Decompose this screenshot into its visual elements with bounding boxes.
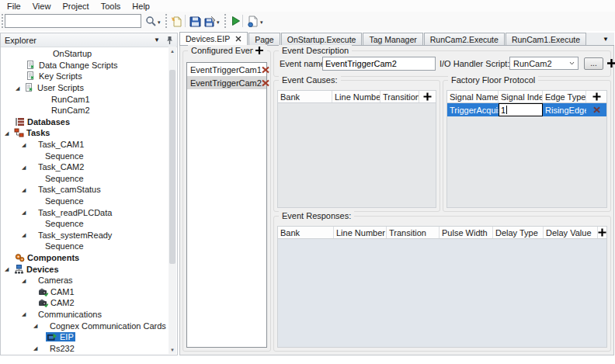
search-dropdown-icon[interactable]: ▾ bbox=[158, 19, 164, 26]
tab-devices-eip[interactable]: Devices.EIP bbox=[179, 32, 248, 45]
toolbar-separator bbox=[185, 15, 186, 27]
io-handler-combo[interactable]: RunCam2 bbox=[509, 57, 579, 70]
search-icon[interactable] bbox=[144, 14, 158, 28]
expander-icon[interactable]: ◢ bbox=[16, 85, 23, 91]
tree-item-task-camstatus[interactable]: ◢Task_camStatus bbox=[1, 184, 169, 196]
pin-icon[interactable] bbox=[166, 36, 173, 45]
menu-tools[interactable]: Tools bbox=[96, 1, 127, 12]
factory-floor-title: Factory Floor Protocol bbox=[448, 75, 538, 85]
new-file-icon[interactable] bbox=[169, 14, 183, 28]
tree-item-tasks[interactable]: ◢Tasks bbox=[1, 127, 169, 139]
expander-icon[interactable]: ◢ bbox=[22, 187, 30, 192]
save-dropdown-icon[interactable]: ▾ bbox=[217, 19, 223, 26]
tree-item-sequence[interactable]: Sequence bbox=[1, 196, 169, 207]
tab-page[interactable]: Page bbox=[248, 33, 280, 45]
add-signal-button[interactable] bbox=[586, 91, 606, 102]
report-dropdown-icon[interactable]: ▾ bbox=[260, 19, 266, 26]
devices-icon bbox=[14, 265, 25, 274]
database-icon bbox=[15, 117, 26, 127]
tree-item-devices[interactable]: ◢Devices bbox=[1, 263, 169, 275]
tree-item-runcam1[interactable]: RunCam1 bbox=[1, 93, 169, 105]
event-list-item[interactable]: EventTriggerCam1 bbox=[187, 63, 266, 76]
tree-item-task-readplcdata[interactable]: ◢Task_readPLCData bbox=[1, 206, 169, 218]
delete-event-icon[interactable] bbox=[262, 66, 269, 74]
expander-icon[interactable]: ◢ bbox=[22, 232, 30, 237]
add-event-button[interactable] bbox=[253, 46, 266, 55]
event-name-input[interactable] bbox=[322, 57, 436, 71]
tree-item-onstartup[interactable]: OnStartup bbox=[1, 48, 169, 60]
tree-item-cameras[interactable]: ◢Cameras bbox=[1, 275, 169, 286]
scroll-thumb[interactable] bbox=[169, 70, 175, 264]
tree-item-components[interactable]: Components bbox=[1, 252, 169, 264]
save-all-icon[interactable] bbox=[203, 14, 217, 28]
tree-item-label: EIP bbox=[60, 332, 74, 341]
expander-icon[interactable]: ◢ bbox=[33, 345, 41, 351]
tree-item-databases[interactable]: Databases bbox=[1, 116, 169, 128]
tree-item-label: Components bbox=[27, 253, 79, 262]
tree-item-rs232[interactable]: ◢Rs232 bbox=[1, 342, 169, 354]
save-icon[interactable] bbox=[188, 14, 202, 28]
expander-icon[interactable]: ◢ bbox=[22, 210, 30, 215]
tab-tag-manager[interactable]: Tag Manager bbox=[363, 33, 422, 45]
report-icon[interactable] bbox=[245, 14, 259, 28]
menu-project[interactable]: Project bbox=[57, 1, 95, 12]
event-causes-header: BankLine NumberTransition bbox=[277, 90, 436, 103]
tab-runcam1-execute[interactable]: RunCam1.Execute bbox=[506, 33, 586, 45]
browse-script-button[interactable]: ... bbox=[584, 57, 603, 70]
tree-item-sequence[interactable]: Sequence bbox=[1, 173, 169, 185]
delete-signal-icon[interactable] bbox=[586, 103, 606, 116]
tab-onstartup-execute[interactable]: OnStartup.Execute bbox=[281, 33, 363, 45]
expander-icon[interactable]: ◢ bbox=[5, 130, 12, 136]
expander-icon[interactable]: ◢ bbox=[22, 278, 30, 283]
signal-row[interactable]: TriggerAcquisiti1RisingEdge bbox=[447, 103, 606, 116]
script-icon bbox=[26, 61, 37, 70]
window-position-icon[interactable]: ▼ bbox=[154, 36, 160, 43]
run-icon[interactable] bbox=[228, 14, 242, 28]
tree-item-cognex-communication-cards[interactable]: ◢Cognex Communication Cards bbox=[1, 320, 169, 331]
expander-icon[interactable]: ◢ bbox=[5, 266, 12, 272]
close-icon[interactable] bbox=[235, 36, 241, 42]
delete-event-icon[interactable] bbox=[262, 79, 269, 87]
add-event-response-button[interactable] bbox=[598, 227, 606, 238]
expander-icon[interactable]: ◢ bbox=[22, 311, 30, 317]
scroll-up-icon[interactable]: ▲ bbox=[169, 47, 176, 55]
tree-item-content: Sequence bbox=[42, 151, 85, 161]
expander-icon[interactable]: ◢ bbox=[22, 142, 30, 147]
search-input[interactable] bbox=[5, 14, 141, 28]
expander-icon[interactable]: ◢ bbox=[33, 323, 41, 328]
event-causes-body[interactable] bbox=[277, 103, 436, 208]
toolbar-grip[interactable] bbox=[165, 14, 169, 28]
tree-item-communications[interactable]: ◢Communications bbox=[1, 309, 169, 321]
tree-item-cam1[interactable]: CAM1 bbox=[1, 286, 169, 297]
add-event-cause-button[interactable] bbox=[419, 91, 436, 102]
tree-item-cam2[interactable]: CAM2 bbox=[1, 297, 169, 309]
edge-type-cell[interactable]: RisingEdge bbox=[543, 103, 586, 116]
tree-item-key-scripts[interactable]: Key Scripts bbox=[1, 71, 169, 82]
tree-item-eip[interactable]: EIP bbox=[1, 331, 169, 343]
tree-item-user-scripts[interactable]: ◢User Scripts bbox=[1, 82, 169, 94]
tree-item-sequence[interactable]: Sequence bbox=[1, 150, 169, 161]
tab-overflow-icon[interactable]: ▼ bbox=[603, 36, 609, 43]
menu-view[interactable]: View bbox=[27, 1, 57, 12]
tree-item-runcam2[interactable]: RunCam2 bbox=[1, 105, 169, 116]
tree-item-data-change-scripts[interactable]: Data Change Scripts bbox=[1, 60, 169, 71]
signal-index-edit-cell[interactable]: 1 bbox=[499, 103, 543, 116]
tree-item-sequence[interactable]: Sequence bbox=[1, 241, 169, 252]
event-responses-header: BankLine NumberTransitionPulse WidthDela… bbox=[277, 226, 607, 239]
tree-item-task-cam1[interactable]: ◢Task_CAM1 bbox=[1, 139, 169, 151]
tab-runcam2-execute[interactable]: RunCam2.Execute bbox=[424, 33, 505, 45]
signal-name-cell[interactable]: TriggerAcquisiti bbox=[447, 103, 499, 116]
event-responses-body[interactable] bbox=[277, 239, 607, 348]
expander-icon[interactable]: ◢ bbox=[22, 165, 30, 170]
explorer-scrollbar[interactable]: ▲ ▼ bbox=[169, 47, 176, 354]
tree-item-task-systemready[interactable]: ◢Task_systemReady bbox=[1, 230, 169, 241]
factory-floor-body[interactable]: TriggerAcquisiti1RisingEdge bbox=[446, 103, 607, 208]
menu-file[interactable]: File bbox=[2, 1, 27, 12]
add-io-handler-button[interactable] bbox=[606, 58, 615, 68]
menu-help[interactable]: Help bbox=[127, 1, 156, 12]
toolbar-grip[interactable] bbox=[224, 14, 228, 28]
event-list-item[interactable]: EventTriggerCam2 bbox=[187, 76, 266, 89]
scroll-down-icon[interactable]: ▼ bbox=[169, 345, 176, 354]
tree-item-sequence[interactable]: Sequence bbox=[1, 218, 169, 230]
tree-item-task-cam2[interactable]: ◢Task_CAM2 bbox=[1, 161, 169, 173]
